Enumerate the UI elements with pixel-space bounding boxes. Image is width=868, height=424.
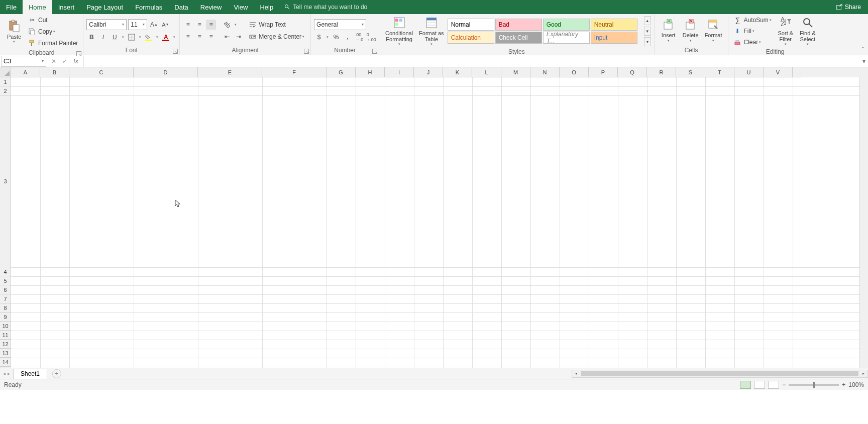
zoom-level[interactable]: 100% xyxy=(848,381,864,388)
cell-style-input[interactable]: Input xyxy=(591,32,637,44)
formula-input[interactable] xyxy=(84,56,860,67)
cell-style-good[interactable]: Good xyxy=(543,19,590,31)
orientation-button[interactable]: ab xyxy=(222,20,232,30)
format-cells-button[interactable]: Format xyxy=(702,17,725,43)
tab-insert[interactable]: Insert xyxy=(52,0,81,14)
autosum-button[interactable]: ∑AutoSum xyxy=(731,15,774,25)
increase-font-button[interactable]: A▲ xyxy=(149,20,159,30)
column-header[interactable]: P xyxy=(589,67,618,77)
font-size-combo[interactable]: 11 xyxy=(128,19,147,30)
merge-center-button[interactable]: Merge & Center xyxy=(247,32,307,42)
column-header[interactable]: A xyxy=(11,67,40,77)
column-header[interactable]: O xyxy=(560,67,589,77)
share-button[interactable]: Share xyxy=(829,0,868,14)
styles-scroll-up[interactable]: ▲ xyxy=(644,16,651,25)
conditional-formatting-button[interactable]: Conditional Formatting xyxy=(382,15,416,47)
column-header[interactable]: U xyxy=(734,67,764,77)
row-header[interactable]: 9 xyxy=(0,312,11,322)
fill-color-button[interactable] xyxy=(144,32,154,42)
column-header[interactable]: G xyxy=(327,67,356,77)
cancel-formula-button[interactable]: ✕ xyxy=(48,58,59,65)
increase-decimal-button[interactable]: .00→.0 xyxy=(354,32,364,42)
column-header[interactable]: V xyxy=(764,67,793,77)
italic-button[interactable]: I xyxy=(98,32,108,42)
delete-cells-button[interactable]: Delete xyxy=(680,17,702,43)
styles-scroll-down[interactable]: ▼ xyxy=(644,27,651,36)
font-dialog-launcher[interactable] xyxy=(173,49,178,54)
percent-button[interactable]: % xyxy=(331,32,341,42)
row-header[interactable]: 2 xyxy=(0,86,11,95)
number-dialog-launcher[interactable] xyxy=(372,49,377,54)
row-header[interactable]: 13 xyxy=(0,349,11,358)
row-header[interactable]: 11 xyxy=(0,331,11,340)
zoom-out-button[interactable]: − xyxy=(782,381,786,388)
column-header[interactable]: E xyxy=(198,67,262,77)
row-header[interactable]: 8 xyxy=(0,303,11,312)
cell-style-neutral[interactable]: Neutral xyxy=(591,19,637,31)
zoom-slider[interactable] xyxy=(789,384,839,386)
cell-style-explanatory-t-[interactable]: Explanatory T... xyxy=(543,32,590,44)
column-header[interactable]: F xyxy=(262,67,327,77)
column-header[interactable]: I xyxy=(385,67,414,77)
sheet-tab[interactable]: Sheet1 xyxy=(13,369,47,379)
cell-style-bad[interactable]: Bad xyxy=(495,19,542,31)
column-header[interactable]: K xyxy=(443,67,472,77)
expand-formula-bar-button[interactable]: ▾ xyxy=(860,58,868,65)
column-header[interactable]: B xyxy=(40,67,69,77)
enter-formula-button[interactable]: ✓ xyxy=(59,58,70,65)
increase-indent-button[interactable]: ⇥ xyxy=(234,32,244,42)
font-color-button[interactable]: A xyxy=(161,32,171,42)
align-bottom-button[interactable]: ≡ xyxy=(206,20,216,30)
column-header[interactable]: D xyxy=(134,67,198,77)
tab-data[interactable]: Data xyxy=(168,0,194,14)
row-header[interactable]: 7 xyxy=(0,294,11,303)
page-layout-view-button[interactable] xyxy=(754,381,765,389)
decrease-indent-button[interactable]: ⇤ xyxy=(222,32,232,42)
cell-style-calculation[interactable]: Calculation xyxy=(448,32,494,44)
align-right-button[interactable]: ≡ xyxy=(206,32,216,42)
format-as-table-button[interactable]: Format as Table xyxy=(416,15,447,47)
fill-button[interactable]: ⬇Fill xyxy=(731,26,774,36)
column-header[interactable]: L xyxy=(472,67,501,77)
align-top-button[interactable]: ≡ xyxy=(183,20,193,30)
tab-home[interactable]: Home xyxy=(23,0,52,14)
align-middle-button[interactable]: ≡ xyxy=(194,20,204,30)
new-sheet-button[interactable]: + xyxy=(52,369,61,378)
comma-button[interactable]: , xyxy=(343,32,353,42)
cell-style-normal[interactable]: Normal xyxy=(448,19,494,31)
insert-function-button[interactable]: fx xyxy=(70,58,81,65)
column-header[interactable]: J xyxy=(414,67,443,77)
tab-view[interactable]: View xyxy=(228,0,254,14)
row-header[interactable]: 3 xyxy=(0,95,11,267)
format-painter-button[interactable]: Format Painter xyxy=(26,38,80,48)
row-header[interactable]: 14 xyxy=(0,358,11,367)
tab-review[interactable]: Review xyxy=(194,0,228,14)
row-header[interactable]: 1 xyxy=(0,77,11,86)
select-all-button[interactable] xyxy=(0,67,11,77)
cell-style-check-cell[interactable]: Check Cell xyxy=(495,32,542,44)
column-header[interactable]: M xyxy=(501,67,530,77)
cut-button[interactable]: ✂Cut xyxy=(26,15,80,25)
tab-help[interactable]: Help xyxy=(254,0,279,14)
clipboard-dialog-launcher[interactable] xyxy=(76,51,81,56)
font-name-combo[interactable]: Calibri xyxy=(86,19,127,30)
row-header[interactable]: 10 xyxy=(0,322,11,331)
number-format-combo[interactable]: General xyxy=(314,19,366,30)
align-center-button[interactable]: ≡ xyxy=(194,32,204,42)
tab-formulas[interactable]: Formulas xyxy=(129,0,168,14)
find-select-button[interactable]: Find & Select xyxy=(797,15,819,47)
accounting-format-button[interactable]: $ xyxy=(314,32,324,42)
horizontal-scrollbar[interactable]: ◂▸ xyxy=(572,370,868,378)
row-header[interactable]: 5 xyxy=(0,276,11,285)
wrap-text-button[interactable]: Wrap Text xyxy=(247,20,307,30)
normal-view-button[interactable] xyxy=(740,381,751,389)
sheet-nav-prev[interactable]: ▸ xyxy=(8,371,10,376)
column-header[interactable]: S xyxy=(676,67,705,77)
page-break-view-button[interactable] xyxy=(768,381,779,389)
styles-more-button[interactable]: ▾ xyxy=(644,37,651,46)
borders-button[interactable] xyxy=(127,32,137,42)
row-header[interactable]: 6 xyxy=(0,285,11,294)
tab-page-layout[interactable]: Page Layout xyxy=(80,0,129,14)
cells-area[interactable] xyxy=(11,77,859,368)
copy-button[interactable]: Copy xyxy=(26,27,80,37)
